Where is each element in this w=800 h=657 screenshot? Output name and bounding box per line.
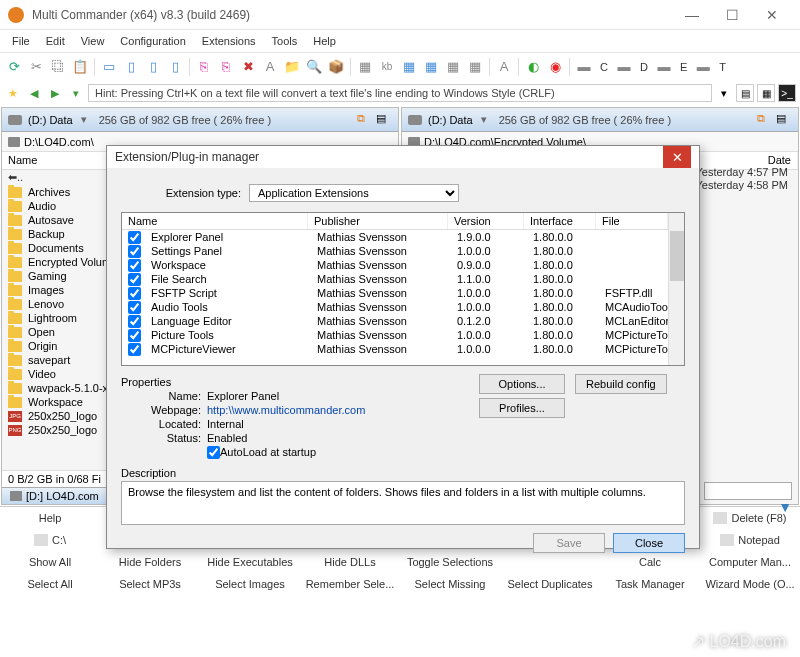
row-checkbox[interactable] — [128, 329, 141, 342]
mode1-icon[interactable]: ▤ — [736, 84, 754, 102]
cmd-button[interactable]: Task Manager — [600, 573, 700, 595]
row-checkbox[interactable] — [128, 245, 141, 258]
drive-e-label[interactable]: E — [676, 61, 691, 73]
table-row[interactable]: Explorer PanelMathias Svensson1.9.0.01.8… — [122, 230, 684, 244]
hint-chev-icon[interactable]: ▾ — [715, 84, 733, 102]
col-name[interactable]: Name — [122, 213, 308, 229]
view-icon[interactable]: ▭ — [99, 57, 119, 77]
cmd-button[interactable]: Wizard Mode (O... — [700, 573, 800, 595]
cmd-button[interactable]: Show All — [0, 551, 100, 573]
panel-btn1-icon[interactable]: ⧉ — [357, 112, 373, 128]
calc-icon[interactable]: ▦ — [355, 57, 375, 77]
panel-btn1-icon[interactable]: ⧉ — [757, 112, 773, 128]
row-checkbox[interactable] — [128, 315, 141, 328]
table-row[interactable]: MCPictureViewerMathias Svensson1.0.0.01.… — [122, 342, 684, 356]
cmd-button[interactable]: Select Images — [200, 573, 300, 595]
drive-d-label[interactable]: D — [636, 61, 652, 73]
cmd-button[interactable]: C:\ — [0, 529, 100, 551]
col-publisher[interactable]: Publisher — [308, 213, 448, 229]
close-button[interactable]: ✕ — [752, 0, 792, 30]
forward-icon[interactable]: ▶ — [46, 84, 64, 102]
chevron-down-icon[interactable]: ▾ — [481, 113, 487, 126]
search-icon[interactable]: 🔍 — [304, 57, 324, 77]
back-icon[interactable]: ◀ — [25, 84, 43, 102]
row-checkbox[interactable] — [128, 273, 141, 286]
filter-icon[interactable]: ▼ — [778, 499, 792, 515]
sel4-icon[interactable]: ▦ — [465, 57, 485, 77]
panel2-icon[interactable]: ▯ — [143, 57, 163, 77]
history-icon[interactable]: ▾ — [67, 84, 85, 102]
cut-icon[interactable]: ✂ — [26, 57, 46, 77]
sel2-icon[interactable]: ▦ — [421, 57, 441, 77]
green-icon[interactable]: ◐ — [523, 57, 543, 77]
cmd-button[interactable]: Select All — [0, 573, 100, 595]
delete-icon[interactable]: ✖ — [238, 57, 258, 77]
right-cmd-input[interactable] — [704, 482, 792, 500]
row-checkbox[interactable] — [128, 259, 141, 272]
panel-btn2-icon[interactable]: ▤ — [376, 112, 392, 128]
menu-extensions[interactable]: Extensions — [194, 33, 264, 49]
cmd-button[interactable]: Select MP3s — [100, 573, 200, 595]
kb-icon[interactable]: kb — [377, 57, 397, 77]
row-checkbox[interactable] — [128, 301, 141, 314]
drive-t-icon[interactable]: ▬ — [693, 57, 713, 77]
menu-help[interactable]: Help — [305, 33, 344, 49]
drive-d-icon[interactable]: ▬ — [614, 57, 634, 77]
rebuild-config-button[interactable]: Rebuild config — [575, 374, 667, 394]
fav-icon[interactable]: ★ — [4, 84, 22, 102]
paste-icon[interactable]: 📋 — [70, 57, 90, 77]
refresh-icon[interactable]: ⟳ — [4, 57, 24, 77]
col-file[interactable]: File — [596, 213, 668, 229]
table-row[interactable]: Language EditorMathias Svensson0.1.2.01.… — [122, 314, 684, 328]
prop-webpage-link[interactable]: http:\\www.multicommander.com — [207, 404, 365, 416]
save-button[interactable]: Save — [533, 533, 605, 553]
left-drive-name[interactable]: (D:) Data — [28, 114, 73, 126]
drive-t-label[interactable]: T — [715, 61, 730, 73]
extension-type-select[interactable]: Application Extensions — [249, 184, 459, 202]
table-row[interactable]: Audio ToolsMathias Svensson1.0.0.01.80.0… — [122, 300, 684, 314]
move-file-icon[interactable]: ⎘ — [216, 57, 236, 77]
menu-view[interactable]: View — [73, 33, 113, 49]
cmd-button[interactable]: Help — [0, 507, 100, 529]
table-row[interactable]: File SearchMathias Svensson1.1.0.01.80.0… — [122, 272, 684, 286]
panel1-icon[interactable]: ▯ — [121, 57, 141, 77]
folder-icon[interactable]: 📁 — [282, 57, 302, 77]
row-checkbox[interactable] — [128, 343, 141, 356]
table-row[interactable]: FSFTP ScriptMathias Svensson1.0.0.01.80.… — [122, 286, 684, 300]
panel3-icon[interactable]: ▯ — [165, 57, 185, 77]
dialog-close-button[interactable]: ✕ — [663, 146, 691, 168]
col-interface[interactable]: Interface — [524, 213, 596, 229]
row-checkbox[interactable] — [128, 287, 141, 300]
cmd-button[interactable]: Remember Sele... — [300, 573, 400, 595]
text-icon[interactable]: A — [494, 57, 514, 77]
right-drive-name[interactable]: (D:) Data — [428, 114, 473, 126]
table-row[interactable]: WorkspaceMathias Svensson0.9.0.01.80.0.0 — [122, 258, 684, 272]
scrollbar[interactable] — [668, 213, 684, 365]
menu-edit[interactable]: Edit — [38, 33, 73, 49]
autoload-checkbox[interactable] — [207, 446, 220, 459]
drive-e-icon[interactable]: ▬ — [654, 57, 674, 77]
mode3-icon[interactable]: >_ — [778, 84, 796, 102]
cmd-button[interactable]: Select Missing — [400, 573, 500, 595]
sel3-icon[interactable]: ▦ — [443, 57, 463, 77]
mode2-icon[interactable]: ▦ — [757, 84, 775, 102]
menu-file[interactable]: File — [4, 33, 38, 49]
chevron-down-icon[interactable]: ▾ — [81, 113, 87, 126]
colors-icon[interactable]: ◉ — [545, 57, 565, 77]
rename-icon[interactable]: A — [260, 57, 280, 77]
pack-icon[interactable]: 📦 — [326, 57, 346, 77]
row-checkbox[interactable] — [128, 231, 141, 244]
table-row[interactable]: Settings PanelMathias Svensson1.0.0.01.8… — [122, 244, 684, 258]
copy-icon[interactable]: ⿻ — [48, 57, 68, 77]
drive-c-icon[interactable]: ▬ — [574, 57, 594, 77]
cmd-button[interactable]: Select Duplicates — [500, 573, 600, 595]
menu-tools[interactable]: Tools — [264, 33, 306, 49]
sel1-icon[interactable]: ▦ — [399, 57, 419, 77]
panel-btn2-icon[interactable]: ▤ — [776, 112, 792, 128]
profiles-button[interactable]: Profiles... — [479, 398, 565, 418]
close-button[interactable]: Close — [613, 533, 685, 553]
cmd-button[interactable]: Notepad — [700, 529, 800, 551]
copy-file-icon[interactable]: ⎘ — [194, 57, 214, 77]
table-row[interactable]: Picture ToolsMathias Svensson1.0.0.01.80… — [122, 328, 684, 342]
maximize-button[interactable]: ☐ — [712, 0, 752, 30]
